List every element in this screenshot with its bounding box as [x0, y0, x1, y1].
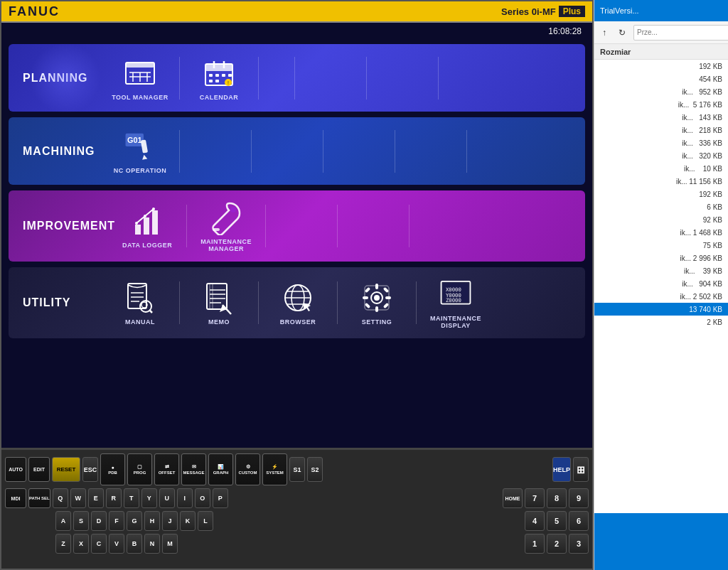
sep18 [416, 281, 417, 324]
key-q[interactable]: Q [53, 488, 68, 508]
key-t[interactable]: T [124, 488, 139, 508]
improvement-items: DATA LOGGER MAINTENANCE MANAGER [115, 196, 578, 256]
key-graph[interactable]: 📊GRAPH [208, 453, 233, 485]
key-message[interactable]: ✉MESSAGE [181, 453, 206, 485]
data-logger-item[interactable]: DATA LOGGER [115, 196, 179, 256]
memo-item[interactable]: MEMO [187, 273, 251, 333]
key-a[interactable]: A [55, 511, 71, 531]
key-3[interactable]: 3 [569, 534, 589, 554]
file-item[interactable]: ik... 1 468 KB [594, 226, 728, 239]
key-n[interactable]: N [144, 534, 160, 554]
key-system[interactable]: ⚡SYSTEM [262, 453, 287, 485]
key-reset[interactable]: RESET [52, 457, 80, 482]
file-item[interactable]: 192 KB [594, 188, 728, 200]
nc-operation-item[interactable]: G01 NC OPERATION [108, 125, 172, 178]
key-e[interactable]: E [88, 488, 104, 508]
maintenance-manager-label: MAINTENANCE MANAGER [200, 238, 252, 252]
file-item[interactable]: ik... 218 KB [594, 124, 728, 136]
key-r[interactable]: R [106, 488, 122, 508]
key-pdb[interactable]: ●PDB [100, 453, 125, 485]
key-h[interactable]: H [144, 511, 160, 531]
key-6[interactable]: 6 [569, 511, 589, 531]
svg-rect-11 [209, 74, 213, 77]
sep11 [186, 205, 187, 247]
manual-item[interactable]: MANUAL [108, 273, 172, 333]
file-item[interactable]: ik... 320 KB [594, 149, 728, 162]
key-custom[interactable]: ⚙CUSTOM [235, 453, 260, 485]
key-prog[interactable]: ▢PROG [127, 453, 152, 485]
key-g[interactable]: G [127, 511, 142, 531]
key-v[interactable]: V [109, 534, 124, 554]
file-item[interactable]: 2 KB [594, 316, 728, 328]
key-auto[interactable]: AUTO [5, 457, 26, 482]
key-2[interactable]: 2 [547, 534, 567, 554]
file-item[interactable]: ik... 143 KB [594, 111, 728, 124]
key-c[interactable]: C [91, 534, 107, 554]
key-x[interactable]: X [73, 534, 89, 554]
svg-rect-58 [385, 296, 391, 299]
file-item[interactable]: 454 KB [594, 72, 728, 85]
key-8[interactable]: 8 [547, 488, 567, 508]
key-offset[interactable]: ⇄OFFSET [154, 453, 179, 485]
key-i[interactable]: I [177, 488, 193, 508]
key-k[interactable]: K [180, 511, 196, 531]
file-item[interactable]: ik... 336 KB [594, 136, 728, 149]
file-item[interactable]: ik... 39 KB [594, 264, 728, 277]
tool-manager-item[interactable]: TOOL MANAGER [108, 52, 172, 104]
key-j[interactable]: J [162, 511, 178, 531]
key-path-select[interactable]: PATH SEL [28, 488, 50, 508]
setting-item[interactable]: SETTING [345, 273, 409, 333]
key-s1[interactable]: S1 [289, 457, 305, 482]
key-5[interactable]: 5 [547, 511, 567, 531]
key-4[interactable]: 4 [525, 511, 545, 531]
maintenance-manager-item[interactable]: MAINTENANCE MANAGER [194, 196, 258, 256]
key-mdi[interactable]: MDI [5, 488, 26, 508]
key-l[interactable]: L [198, 511, 213, 531]
svg-text:G01: G01 [127, 135, 142, 144]
calendar-item[interactable]: ! CALENDAR [187, 52, 251, 104]
manual-label: MANUAL [125, 318, 155, 326]
key-b[interactable]: B [127, 534, 142, 554]
key-m[interactable]: M [162, 534, 178, 554]
key-d[interactable]: D [91, 511, 107, 531]
svg-rect-12 [215, 74, 219, 77]
key-w[interactable]: W [70, 488, 86, 508]
file-item[interactable]: ik... 11 156 KB [594, 175, 728, 188]
file-item[interactable]: ik... 2 502 KB [594, 290, 728, 303]
key-f[interactable]: F [109, 511, 124, 531]
key-u[interactable]: U [159, 488, 175, 508]
key-o[interactable]: O [195, 488, 210, 508]
file-item[interactable]: ik... 2 996 KB [594, 252, 728, 264]
win-back-btn[interactable]: ↑ [598, 25, 611, 41]
key-esc[interactable]: ESC [82, 457, 98, 482]
key-y[interactable]: Y [141, 488, 157, 508]
file-item-selected[interactable]: 13 740 KB [594, 303, 728, 316]
file-item[interactable]: 92 KB [594, 213, 728, 226]
key-home[interactable]: HOME [503, 488, 523, 508]
file-item[interactable]: ik... 952 KB [594, 85, 728, 98]
key-9[interactable]: 9 [569, 488, 589, 508]
key-edit[interactable]: EDIT [28, 457, 50, 482]
win-file-list[interactable]: 192 KB 454 KB ik... 952 KB ik... 5 176 K… [594, 60, 728, 513]
file-item[interactable]: 6 KB [594, 200, 728, 213]
key-grid[interactable]: ⊞ [573, 457, 589, 482]
file-item[interactable]: ik... 10 KB [594, 162, 728, 175]
file-item[interactable]: 192 KB [594, 60, 728, 72]
key-7[interactable]: 7 [525, 488, 545, 508]
file-item[interactable]: ik... 5 176 KB [594, 98, 728, 111]
maintenance-display-item[interactable]: X0000 Y0000 Z0000 MAINTENANCE DISPLAY [424, 273, 488, 333]
key-z[interactable]: Z [55, 534, 71, 554]
win-search-input[interactable] [633, 25, 728, 41]
sep6 [179, 130, 180, 173]
key-1[interactable]: 1 [525, 534, 545, 554]
key-s2[interactable]: S2 [307, 457, 323, 482]
file-item[interactable]: ik... 904 KB [594, 277, 728, 290]
file-item[interactable]: 75 KB [594, 239, 728, 252]
sep9 [395, 130, 395, 173]
browser-item[interactable]: BROWSER [266, 273, 330, 333]
key-help[interactable]: HELP [552, 457, 571, 482]
key-p[interactable]: P [213, 488, 228, 508]
sep3 [294, 57, 295, 100]
key-s[interactable]: S [73, 511, 89, 531]
win-refresh-btn[interactable]: ↻ [614, 25, 630, 41]
